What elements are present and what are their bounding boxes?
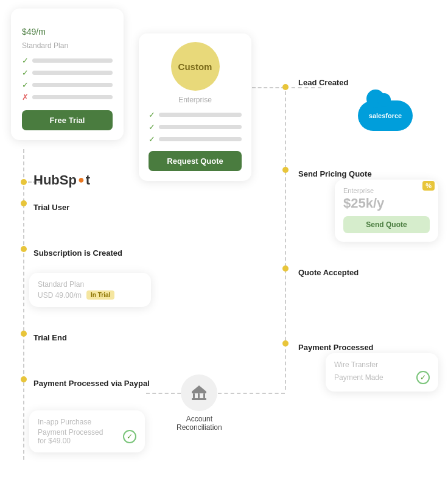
- wire-row: Payment Made ✓: [334, 371, 430, 384]
- timeline-line-left: [23, 149, 24, 460]
- payment-status: Payment Processed: [38, 428, 103, 437]
- custom-badge: Custom: [171, 42, 220, 91]
- dot-subscription: [21, 246, 27, 252]
- label-quote-accepted: Quote Accepted: [298, 268, 359, 277]
- feature-bar-1: [32, 58, 113, 63]
- ent-check-2: ✓: [149, 122, 155, 132]
- feature-1: ✓: [22, 56, 113, 65]
- hubspot-word: HubSp: [33, 172, 77, 188]
- dot-payment-processed: [282, 340, 289, 346]
- label-payment-paypal: Payment Processed via Paypal: [33, 379, 150, 388]
- request-quote-button[interactable]: Request Quote: [149, 151, 242, 171]
- svg-rect-3: [203, 393, 205, 398]
- per-month: /m: [36, 27, 46, 37]
- payment-label: In-app Purchase: [38, 418, 136, 426]
- dot-send-quote: [282, 167, 289, 173]
- hubspot-logo: HubSp ● t: [33, 172, 90, 188]
- feature-bar-2: [32, 71, 113, 75]
- salesforce-logo: salesforce: [358, 100, 413, 131]
- svg-rect-2: [198, 393, 200, 398]
- standard-price: $49/m: [22, 19, 113, 39]
- horiz-line-recon-right: [218, 393, 285, 394]
- sub-price: USD 49.00/m: [38, 291, 82, 300]
- label-payment-processed-right: Payment Processed: [298, 343, 374, 352]
- svg-marker-5: [192, 385, 206, 392]
- label-trial-end: Trial End: [33, 333, 67, 342]
- ent-bar-3: [159, 137, 242, 141]
- feature-2: ✓: [22, 68, 113, 77]
- pricing-wrap: Enterprise $25k/y Send Quote %: [343, 187, 430, 233]
- enterprise-plan-name: Enterprise: [149, 96, 242, 104]
- payment-check-icon: ✓: [123, 430, 136, 443]
- pricing-enterprise-label: Enterprise: [343, 187, 430, 194]
- svg-rect-4: [192, 398, 206, 400]
- ent-feature-1: ✓: [149, 110, 242, 119]
- ent-bar-1: [159, 113, 242, 117]
- payment-detail: for $49.00: [38, 437, 103, 445]
- main-container: $49/m Standard Plan ✓ ✓ ✓ ✗ Free Trial C…: [0, 0, 448, 492]
- send-quote-button[interactable]: Send Quote: [343, 216, 430, 233]
- enterprise-card: Custom Enterprise ✓ ✓ ✓ Request Quote: [139, 33, 251, 181]
- label-trial-user: Trial User: [33, 203, 69, 212]
- wire-label: Wire Transfer: [334, 360, 430, 369]
- dot-paypal: [21, 376, 27, 382]
- ent-check-1: ✓: [149, 110, 155, 119]
- free-trial-button[interactable]: Free Trial: [22, 110, 113, 130]
- hubspot-circle-icon: ●: [78, 174, 85, 186]
- percent-badge: %: [422, 181, 435, 191]
- hubspot-t: t: [86, 172, 90, 188]
- dot-trial-end: [21, 331, 27, 337]
- feature-3: ✓: [22, 80, 113, 90]
- ent-feature-2: ✓: [149, 122, 242, 132]
- standard-plan-card: $49/m Standard Plan ✓ ✓ ✓ ✗ Free Trial: [11, 9, 124, 140]
- check-icon-3: ✓: [22, 80, 29, 90]
- sub-plan-label: Standard Plan: [38, 280, 142, 289]
- label-send-pricing-quote: Send Pricing Quote: [298, 169, 372, 178]
- in-trial-badge: In Trial: [86, 290, 114, 300]
- account-reconciliation: AccountReconciliation: [177, 374, 222, 432]
- svg-rect-1: [193, 393, 195, 398]
- svg-rect-0: [192, 392, 206, 393]
- pricing-quote-card: Enterprise $25k/y Send Quote %: [335, 180, 438, 242]
- feature-bar-4: [32, 95, 113, 99]
- cross-icon-1: ✗: [22, 93, 29, 102]
- horiz-line-lead: [285, 87, 321, 88]
- dot-lead-created: [282, 84, 289, 90]
- bank-icon: [189, 383, 209, 402]
- feature-bar-3: [32, 83, 113, 87]
- ent-feature-3: ✓: [149, 135, 242, 144]
- wire-transfer-card: Wire Transfer Payment Made ✓: [326, 353, 438, 392]
- recon-icon: [181, 374, 217, 411]
- wire-check-icon: ✓: [416, 371, 430, 384]
- sub-price-row: USD 49.00/m In Trial: [38, 290, 142, 300]
- wire-status: Payment Made: [334, 373, 383, 382]
- label-lead-created: Lead Created: [298, 78, 348, 87]
- dot-quote-accepted: [282, 265, 289, 272]
- payment-card: In-app Purchase Payment Processed for $4…: [29, 410, 145, 452]
- feature-4: ✗: [22, 93, 113, 102]
- check-icon-2: ✓: [22, 68, 29, 77]
- horiz-line-enterprise: [252, 87, 285, 88]
- pricing-amount: $25k/y: [343, 195, 430, 211]
- payment-row: Payment Processed for $49.00 ✓: [38, 428, 136, 445]
- check-icon-1: ✓: [22, 56, 29, 65]
- subscription-card: Standard Plan USD 49.00/m In Trial: [29, 273, 151, 307]
- dot-trial-user: [21, 200, 27, 206]
- recon-label: AccountReconciliation: [177, 415, 222, 432]
- ent-check-3: ✓: [149, 135, 155, 144]
- standard-plan-name: Standard Plan: [22, 41, 113, 50]
- dot-hubspot: [21, 179, 27, 185]
- label-subscription-created: Subscription is Created: [33, 248, 122, 258]
- ent-bar-2: [159, 125, 242, 129]
